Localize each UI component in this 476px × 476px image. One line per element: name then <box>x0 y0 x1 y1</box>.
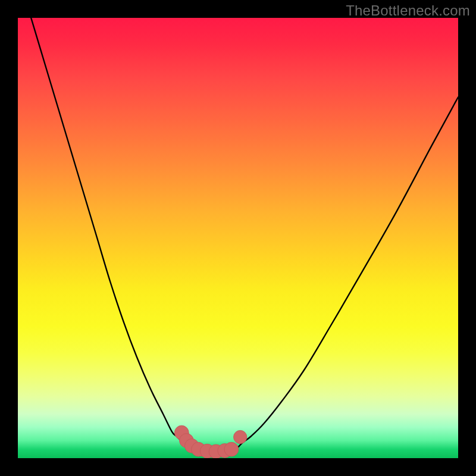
watermark-text: TheBottleneck.com <box>346 2 470 19</box>
marker-layer <box>174 425 246 458</box>
marker-dot <box>234 430 247 443</box>
curve-right-branch <box>234 97 458 449</box>
outer-frame: TheBottleneck.com <box>0 0 476 476</box>
curve-layer <box>31 18 458 452</box>
plot-area <box>18 18 458 458</box>
marker-dot <box>224 442 239 456</box>
curve-left-branch <box>31 18 194 449</box>
bottleneck-curve-chart <box>18 18 458 458</box>
